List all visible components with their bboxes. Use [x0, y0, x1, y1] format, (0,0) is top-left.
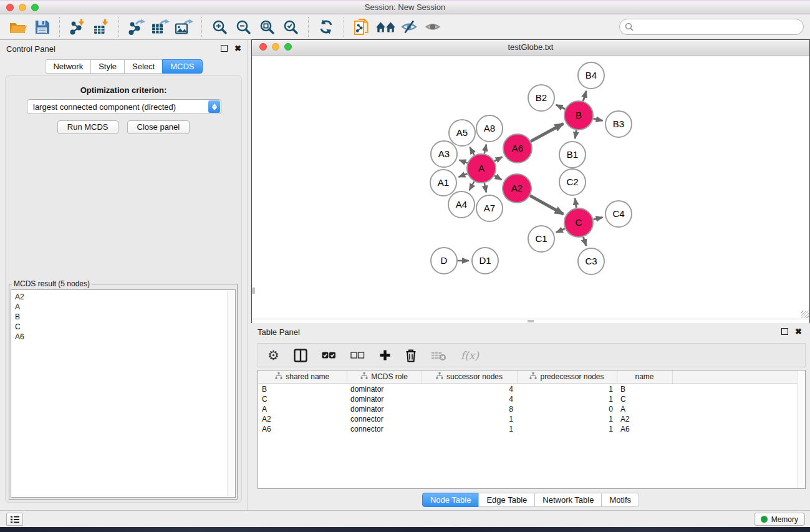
table-row[interactable]: A2connector11A2 [258, 414, 805, 424]
export-image-button[interactable] [172, 16, 196, 37]
graph-node-D1[interactable]: D1 [472, 248, 498, 274]
edge-C-C2[interactable] [575, 198, 576, 208]
tab-edge-table[interactable]: Edge Table [478, 493, 535, 507]
graph-node-B4[interactable]: B4 [578, 62, 604, 89]
close-window-button[interactable] [6, 4, 14, 11]
vertical-scroll-thumb[interactable] [252, 288, 255, 294]
column-header-name[interactable]: name [617, 370, 672, 384]
edge-B-B3[interactable] [593, 118, 602, 120]
column-header-successor-nodes[interactable]: successor nodes [422, 370, 517, 384]
column-header-predecessor-nodes[interactable]: predecessor nodes [517, 370, 617, 384]
tab-mcds[interactable]: MCDS [162, 59, 202, 74]
graph-node-B2[interactable]: B2 [528, 85, 554, 111]
graph-node-A2[interactable]: A2 [503, 174, 531, 203]
edge-B-B4[interactable] [583, 91, 586, 101]
import-table-button[interactable] [89, 16, 113, 37]
horizontal-scroll-thumb[interactable] [528, 320, 534, 322]
criterion-select[interactable]: largest connected component (directed) [27, 99, 221, 114]
column-header-MCDS-role[interactable]: MCDS role [347, 370, 422, 384]
table-row[interactable]: Bdominator41B [258, 384, 805, 394]
zoom-selected-button[interactable] [279, 16, 302, 37]
edge-A-A1[interactable] [458, 173, 467, 177]
table-row[interactable]: A6connector11A6 [258, 424, 805, 434]
network-canvas[interactable]: B4B2BB3A8A5A6A3B1AC2A1A2A4A7C4CC1C3DD1 [252, 56, 809, 320]
graph-node-A6[interactable]: A6 [503, 134, 532, 163]
graph-node-C1[interactable]: C1 [528, 226, 554, 252]
column-header-shared-name[interactable]: shared name [258, 370, 347, 384]
graph-node-D[interactable]: D [431, 248, 457, 274]
zoom-in-button[interactable] [208, 16, 231, 37]
graph-node-A8[interactable]: A8 [476, 115, 503, 142]
edge-A-A2[interactable] [494, 176, 502, 180]
export-network-button[interactable] [125, 16, 148, 37]
memory-button[interactable]: Memory [754, 513, 805, 526]
graph-node-A[interactable]: A [467, 154, 496, 183]
run-mcds-button[interactable]: Run MCDS [57, 120, 118, 134]
graph-node-A1[interactable]: A1 [430, 170, 456, 196]
hide-panels-button[interactable] [397, 16, 421, 37]
edge-A-A8[interactable] [485, 144, 486, 153]
edge-A-A7[interactable] [485, 183, 486, 193]
save-session-button[interactable] [30, 16, 54, 37]
result-item[interactable]: A2 [15, 292, 235, 302]
select-all-button[interactable] [322, 351, 336, 359]
edge-C-C1[interactable] [556, 229, 565, 233]
edge-A-A4[interactable] [470, 181, 475, 190]
graph-node-B[interactable]: B [564, 101, 593, 130]
graph-node-B1[interactable]: B1 [559, 142, 586, 168]
float-panel-icon[interactable] [781, 328, 788, 335]
table-settings-button[interactable]: ⚙ [268, 349, 279, 362]
show-columns-button[interactable] [294, 349, 307, 362]
close-panel-icon[interactable]: ✖ [234, 45, 241, 52]
zoom-window-button[interactable] [31, 4, 39, 11]
export-table-button[interactable] [148, 16, 172, 37]
home-button[interactable] [374, 16, 397, 37]
table-scrollbar[interactable] [797, 370, 805, 488]
close-view-button[interactable] [259, 43, 267, 51]
graph-node-A5[interactable]: A5 [449, 120, 475, 146]
minimize-view-button[interactable] [272, 43, 279, 51]
tab-style[interactable]: Style [90, 59, 125, 74]
graph-node-A7[interactable]: A7 [476, 195, 503, 221]
result-scrollbar[interactable] [227, 291, 234, 496]
close-panel-icon[interactable]: ✖ [795, 328, 802, 335]
graph-node-C[interactable]: C [564, 208, 593, 237]
graph-node-C2[interactable]: C2 [559, 169, 586, 195]
edge-A2-C[interactable] [530, 196, 564, 215]
graph-node-B3[interactable]: B3 [605, 111, 632, 137]
zoom-view-button[interactable] [284, 43, 292, 51]
zoom-fit-button[interactable] [255, 16, 279, 37]
table-row[interactable]: Cdominator41C [258, 394, 805, 404]
delete-column-button[interactable] [405, 349, 417, 362]
close-panel-button[interactable]: Close panel [127, 120, 190, 134]
float-panel-icon[interactable] [221, 45, 228, 52]
zoom-out-button[interactable] [231, 16, 255, 37]
edge-B-B2[interactable] [556, 105, 566, 109]
edge-A-A3[interactable] [459, 160, 467, 163]
result-item[interactable]: A [15, 302, 235, 312]
edge-A-A5[interactable] [470, 147, 474, 155]
graph-node-C4[interactable]: C4 [605, 201, 632, 227]
apply-layout-button[interactable] [314, 16, 338, 37]
windows-list-button[interactable] [6, 513, 23, 526]
search-input[interactable] [634, 22, 798, 32]
network-from-selection-button[interactable] [350, 16, 374, 37]
edge-C-C3[interactable] [583, 237, 586, 246]
minimize-window-button[interactable] [19, 4, 26, 11]
graph-node-C3[interactable]: C3 [578, 248, 604, 274]
tab-node-table[interactable]: Node Table [422, 493, 480, 507]
create-column-button[interactable] [379, 349, 391, 361]
resize-grip-icon[interactable] [801, 311, 809, 318]
table-row[interactable]: Adominator80A [258, 404, 805, 414]
result-item[interactable]: A6 [15, 332, 235, 342]
result-item[interactable]: C [15, 322, 235, 332]
tab-network[interactable]: Network [45, 59, 91, 74]
tab-select[interactable]: Select [124, 59, 163, 74]
tab-network-table[interactable]: Network Table [534, 493, 602, 507]
edge-A-A6[interactable] [494, 157, 502, 162]
function-builder-button[interactable]: f(x) [461, 349, 479, 362]
graph-node-A3[interactable]: A3 [431, 141, 457, 167]
show-panels-button[interactable] [421, 16, 445, 37]
tab-motifs[interactable]: Motifs [601, 493, 639, 507]
open-session-button[interactable] [6, 16, 30, 37]
